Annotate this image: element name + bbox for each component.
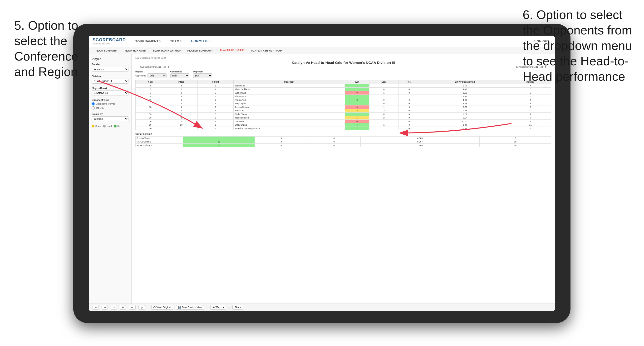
sidebar-colour-select[interactable]: Win/loss: [92, 116, 128, 121]
dot-up: [114, 125, 116, 128]
cell-name: Emily Chang: [234, 123, 345, 127]
sidebar-opponent-view-section: Opponent view Opponents Played Top 100: [92, 99, 128, 110]
cell-div: 15: [136, 113, 165, 116]
radio-opponents-played[interactable]: Opponents Played: [92, 102, 128, 105]
th-conf: # Conf: [198, 80, 234, 84]
ood-cell-diff: 4.500: [360, 137, 479, 140]
cell-diff: 4.00: [420, 88, 510, 91]
cell-name: Jessica Mason: [234, 116, 345, 120]
cell-tie: 0: [398, 105, 420, 109]
undo-button[interactable]: ↩: [92, 305, 99, 310]
redo-button[interactable]: ↪: [102, 305, 108, 310]
content-area: Last Updated: 27/03/2024 16:34 Katelyn V…: [132, 54, 555, 304]
sub-nav-team-h2h-heatmap[interactable]: TEAM H2H HEATMAP: [150, 47, 184, 54]
cell-conf: 1: [198, 84, 234, 88]
cell-win: 1: [345, 102, 370, 105]
back-button[interactable]: ↩·: [129, 305, 136, 310]
cell-reg: 1: [165, 95, 198, 98]
grid-button[interactable]: ⊞: [120, 305, 126, 310]
sidebar-legend: Down Level Up: [92, 125, 128, 128]
sub-nav-team-h2h-grid[interactable]: TEAM H2H GRID: [122, 47, 149, 54]
cell-tie: 0: [398, 120, 420, 123]
radio-top100[interactable]: Top 100: [92, 106, 128, 110]
refresh-button[interactable]: ⟳: [110, 305, 117, 310]
filter-region-select[interactable]: (All): [148, 73, 166, 78]
last-updated: Last Updated: 27/03/2024 16:34: [135, 57, 551, 59]
cell-loss: 1: [370, 105, 398, 109]
sidebar-opponent-view-label: Opponent view: [92, 99, 128, 101]
filter-opponents-label: Opponents:: [135, 75, 146, 77]
cell-rounds: 4: [510, 98, 551, 102]
legend-up-label: Up: [118, 125, 120, 127]
ood-cell-diff: 7.400: [360, 144, 479, 147]
page-title: Katelyn Vo Head-to-Head Grid for Women's…: [135, 61, 551, 65]
cell-diff: 1.25: [420, 113, 510, 116]
ood-table: Foreign Team 1 0 0 4.500 2 NAIA Division…: [135, 136, 551, 147]
cell-conf: 2: [198, 120, 234, 123]
cell-loss: 1: [370, 91, 398, 95]
cell-loss: [370, 84, 398, 88]
clock-button[interactable]: ◷: [138, 305, 145, 310]
tablet-device: SCOREBOARD Powered by clippd TOURNAMENTS…: [73, 24, 570, 323]
cell-conf: 2: [198, 88, 234, 91]
cell-name: Jessica Huang: [234, 105, 345, 109]
view-original-button[interactable]: 🖵 View: Original: [151, 305, 173, 310]
nav-tournaments[interactable]: TOURNAMENTS: [134, 38, 162, 44]
cell-tie: [398, 95, 420, 98]
table-row: 13 1 1 Jessica Huang 0 1 0 -3.00 2: [136, 105, 551, 109]
cell-tie: 0: [398, 102, 420, 105]
nav-committee[interactable]: COMMITTEE: [189, 38, 213, 44]
cell-tie: 0: [398, 109, 420, 113]
cell-win: 1: [345, 116, 370, 120]
table-row: 5 2 2 Alexis Sudjianto 1 0 0 4.00 3: [136, 88, 551, 91]
ood-cell-win: 1: [183, 137, 255, 140]
cell-conf: 3: [198, 98, 234, 102]
filter-opponent-select[interactable]: (All): [193, 73, 212, 78]
cell-win: 4: [345, 123, 370, 127]
cell-rounds: 2: [510, 120, 551, 123]
sub-nav-player-summary[interactable]: PLAYER SUMMARY: [184, 47, 216, 54]
cell-rounds: 2: [510, 105, 551, 109]
cell-reg: 10: [165, 123, 198, 127]
annotation-left: 5. Option to select the Conference and R…: [14, 18, 102, 80]
cell-diff: 1.50: [420, 84, 510, 88]
filter-opponent-label: Opponent: [193, 71, 212, 73]
legend-down-label: Down: [96, 125, 101, 127]
ood-cell-name: NAIA Division 1: [136, 140, 183, 144]
cell-loss: 2: [370, 109, 398, 113]
cell-tie: 0: [398, 116, 420, 120]
sub-nav-player-h2h-grid[interactable]: PLAYER H2H GRID: [217, 47, 247, 54]
annotation-left-text: 5. Option to select the Conference and R…: [14, 18, 78, 79]
nav-teams[interactable]: TEAMS: [168, 38, 184, 44]
table-row: 10 6 3 Andrea York 2 0 0 4.00 4: [136, 98, 551, 102]
cell-loss: 1: [370, 123, 398, 127]
share-button[interactable]: Share: [232, 305, 243, 310]
cell-diff: -5.00: [420, 120, 510, 123]
filter-conference-select[interactable]: (All): [170, 73, 189, 78]
table-row: 14 7 4 Eunice Yi 2 2 0 0.38 9: [136, 109, 551, 113]
cell-reg: 2: [165, 120, 198, 123]
cell-conf: 5: [198, 102, 234, 105]
cell-loss: 0: [370, 113, 398, 116]
cell-name: Alexis Sudjianto: [234, 88, 345, 91]
ood-cell-rounds: 2: [479, 137, 551, 140]
cell-tie: 0: [398, 98, 420, 102]
th-tie: Tie: [398, 80, 420, 84]
cell-div: 6: [136, 91, 165, 95]
cell-div: 14: [136, 109, 165, 113]
cell-tie: [398, 84, 420, 88]
filter-opponent-group: Opponent (All): [193, 71, 212, 78]
cell-loss: 2: [370, 116, 398, 120]
ood-table-row: NCAA Division 2 5 0 0 7.400 10: [136, 144, 551, 147]
annotation-right: 6. Option to select the Opponents from t…: [523, 7, 639, 84]
radio-label-opponents-played: Opponents Played: [96, 103, 115, 105]
out-of-division-label: Out of division: [135, 133, 551, 135]
ood-cell-tie: 0: [308, 140, 360, 144]
save-custom-view-button[interactable]: 💾 Save Custom View: [176, 305, 204, 310]
cell-win: 1: [345, 113, 370, 116]
watch-button[interactable]: 👁 Watch ▾: [210, 305, 226, 310]
cell-conf: 5: [198, 116, 234, 120]
sidebar-player-select[interactable]: 8. Katelyn Vo: [92, 90, 128, 95]
table-row: 16 3 5 Jessica Mason 1 2 0 -0.94 7: [136, 116, 551, 120]
sub-nav-player-h2h-heatmap[interactable]: PLAYER H2H HEATMAP: [248, 47, 285, 54]
